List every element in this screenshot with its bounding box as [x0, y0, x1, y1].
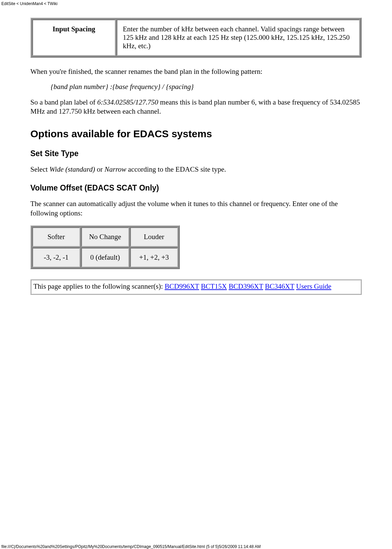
narrow-option: Narrow	[105, 165, 127, 173]
input-spacing-label: Input Spacing	[32, 20, 115, 56]
louder-header: Louder	[130, 227, 178, 247]
scanner-link-bcd396xt[interactable]: BCD396XT	[229, 282, 263, 290]
input-spacing-table: Input Spacing Enter the number of kHz be…	[30, 18, 362, 58]
applies-to-box: This page applies to the following scann…	[30, 279, 362, 295]
text: So a band plan label of	[30, 98, 97, 106]
text: Select	[30, 165, 50, 173]
page-header-path: EditSite < UnidenMan4 < TWiki	[0, 0, 392, 6]
text: or	[95, 165, 105, 173]
rename-intro-paragraph: When you're finished, the scanner rename…	[30, 67, 362, 76]
users-guide-link[interactable]: Users Guide	[296, 282, 331, 290]
text: according to the EDACS site type.	[126, 165, 226, 173]
softer-header: Softer	[32, 227, 80, 247]
softer-values: -3, -2, -1	[32, 248, 80, 267]
edacs-heading: Options available for EDACS systems	[30, 128, 362, 140]
page-content: Input Spacing Enter the number of kHz be…	[0, 6, 392, 295]
table-row: Softer No Change Louder	[32, 227, 178, 247]
applies-intro: This page applies to the following scann…	[33, 282, 165, 290]
volume-offset-paragraph: The scanner can automatically adjust the…	[30, 199, 362, 218]
volume-offset-heading: Volume Offset (EDACS SCAT Only)	[30, 183, 362, 193]
input-spacing-desc: Enter the number of kHz between each cha…	[117, 20, 360, 56]
louder-values: +1, +2, +3	[130, 248, 178, 267]
table-row: Input Spacing Enter the number of kHz be…	[32, 20, 360, 56]
table-row: -3, -2, -1 0 (default) +1, +2, +3	[32, 248, 178, 267]
example-label: 6:534.02585/127.750	[97, 98, 158, 106]
pattern-text: {band plan number} :{base frequency} / {…	[51, 82, 362, 91]
nochange-header: No Change	[81, 227, 129, 247]
volume-table: Softer No Change Louder -3, -2, -1 0 (de…	[30, 225, 180, 269]
wide-option: Wide (standard)	[50, 165, 95, 173]
scanner-link-bc346xt[interactable]: BC346XT	[265, 282, 294, 290]
set-site-type-heading: Set Site Type	[30, 149, 362, 158]
scanner-link-bcd996xt[interactable]: BCD996XT	[165, 282, 199, 290]
site-type-paragraph: Select Wide (standard) or Narrow accordi…	[30, 165, 362, 174]
nochange-values: 0 (default)	[81, 248, 129, 267]
scanner-link-bct15x[interactable]: BCT15X	[201, 282, 227, 290]
example-paragraph: So a band plan label of 6:534.02585/127.…	[30, 98, 362, 116]
